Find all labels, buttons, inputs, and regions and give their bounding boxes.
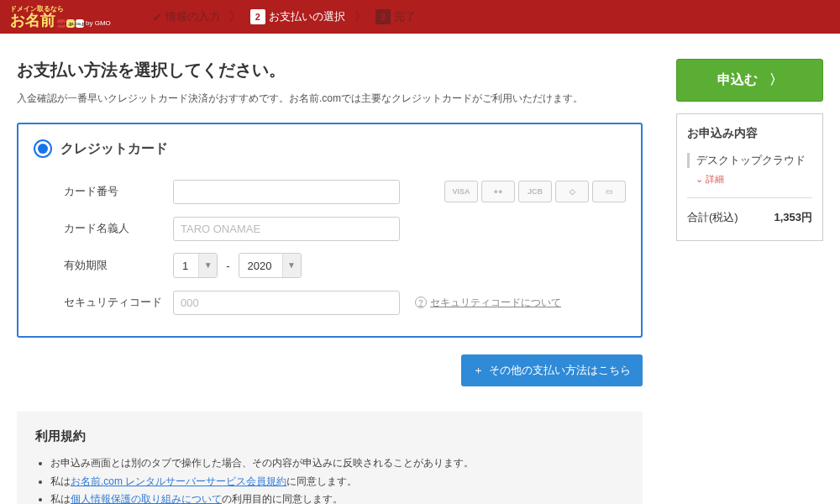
plus-icon: ＋ [473, 363, 484, 378]
terms-link[interactable]: 個人情報保護の取り組みについて [71, 493, 222, 504]
total-label: 合計(税込) [687, 210, 738, 225]
step-2: 2 お支払いの選択 [250, 9, 345, 24]
summary-item: デスクトップクラウド [696, 153, 806, 168]
logo-brand: お名前 [10, 13, 55, 28]
terms-item: 私はお名前.com レンタルサーバーサービス会員規約に同意します。 [50, 473, 624, 491]
chevron-right-icon: 〉 [769, 71, 783, 89]
step-number-2: 2 [250, 9, 265, 24]
terms-list: お申込み画面とは別のタブで操作した場合、その内容が申込みに反映されることがありま… [50, 454, 624, 504]
terms-link[interactable]: お名前.com レンタルサーバーサービス会員規約 [71, 475, 286, 487]
chevron-down-icon: ⌄ [696, 174, 703, 185]
logo[interactable]: ドメイン取るなら お名前 .com .jp .co.jp by GMO [10, 6, 111, 28]
apply-button[interactable]: 申込む 〉 [676, 59, 823, 102]
progress-steps: ✔ 情報の入力 〉 2 お支払いの選択 〉 3 完了 [153, 8, 416, 26]
order-summary: お申込み内容 デスクトップクラウド ⌄ 詳細 合計(税込) 1,353円 [676, 113, 823, 241]
total-value: 1,353円 [774, 210, 812, 225]
chevron-down-icon: ▼ [282, 253, 301, 278]
amex-icon: ▭ [592, 181, 626, 202]
topbar: ドメイン取るなら お名前 .com .jp .co.jp by GMO ✔ 情報… [0, 0, 840, 34]
cvc-input[interactable] [173, 291, 400, 315]
logo-dot-com: .com [57, 19, 66, 28]
cvc-label: セキュリティコード [64, 295, 173, 310]
chevron-down-icon: ▼ [198, 253, 217, 278]
terms-item: 私は個人情報保護の取り組みについての利用目的に同意します。 [50, 491, 624, 504]
expiry-year-select[interactable]: 2020 ▼ [239, 253, 302, 278]
expiry-month-select[interactable]: 1 ▼ [173, 253, 218, 278]
logo-bygmo: by GMO [86, 20, 111, 27]
summary-detail-toggle[interactable]: ⌄ 詳細 [696, 173, 812, 186]
card-number-label: カード番号 [64, 184, 173, 199]
diners-icon: ◇ [555, 181, 589, 202]
check-icon: ✔ [153, 11, 162, 24]
terms-item: お申込み画面とは別のタブで操作した場合、その内容が申込みに反映されることがありま… [50, 454, 624, 473]
other-payment-button[interactable]: ＋ その他の支払い方法はこちら [461, 354, 643, 386]
radio-credit-card[interactable] [34, 139, 52, 158]
summary-title: お申込み内容 [687, 126, 812, 141]
payment-method-name: クレジットカード [60, 140, 168, 158]
jcb-icon: JCB [518, 181, 552, 202]
step-number-3: 3 [375, 9, 391, 24]
mastercard-icon: ●● [481, 181, 515, 202]
step-3: 3 完了 [375, 9, 416, 24]
logo-dot-cojp: .co.jp [76, 19, 84, 28]
terms-box: 利用規約 お申込み画面とは別のタブで操作した場合、その内容が申込みに反映されるこ… [17, 412, 643, 504]
page-title: お支払い方法を選択してください。 [17, 59, 643, 81]
question-icon: ? [415, 297, 427, 308]
step-1: ✔ 情報の入力 [153, 9, 220, 24]
credit-card-panel: クレジットカード カード番号 VISA ●● JCB ◇ ▭ カード名義人 [17, 123, 643, 338]
cvc-help-link[interactable]: ? セキュリティコードについて [415, 296, 561, 310]
card-number-input[interactable] [173, 180, 400, 204]
card-name-input[interactable] [173, 217, 400, 241]
visa-icon: VISA [444, 181, 478, 202]
chevron-right-icon: 〉 [228, 8, 242, 26]
card-name-label: カード名義人 [64, 221, 173, 236]
chevron-right-icon: 〉 [354, 8, 367, 26]
card-brand-icons: VISA ●● JCB ◇ ▭ [444, 181, 626, 202]
expiry-label: 有効期限 [64, 258, 173, 273]
terms-title: 利用規約 [35, 428, 624, 444]
page-subtitle: 入金確認が一番早いクレジットカード決済がおすすめです。お名前.comでは主要なク… [17, 92, 643, 106]
